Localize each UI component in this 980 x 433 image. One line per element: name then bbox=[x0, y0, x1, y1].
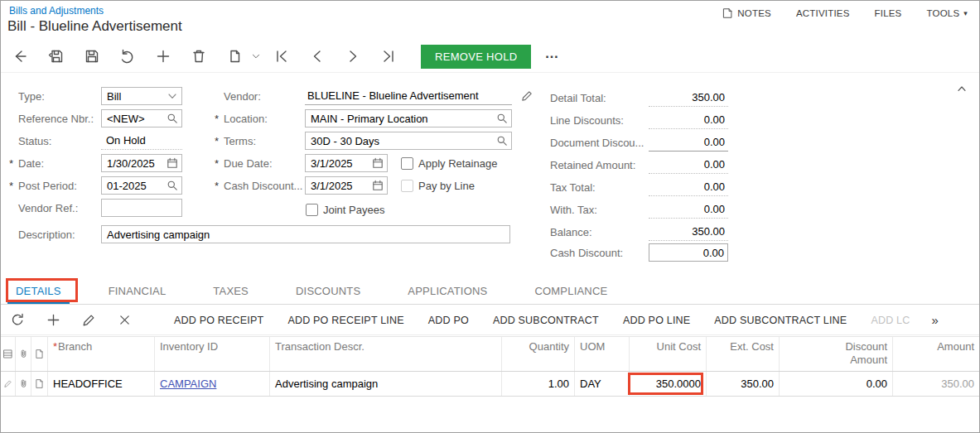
reference-nbr-input[interactable]: <NEW> bbox=[101, 109, 182, 127]
tab-financial[interactable]: FINANCIAL bbox=[100, 277, 175, 304]
document-discounts-value[interactable]: 0.00 bbox=[649, 134, 728, 152]
cell-ext-cost[interactable]: 350.00 bbox=[707, 372, 780, 396]
notes-menu-item[interactable]: NOTES bbox=[722, 7, 771, 19]
date-input[interactable]: 1/30/2025 bbox=[101, 154, 182, 172]
column-settings-icon[interactable] bbox=[1, 337, 16, 371]
cash-discount-date-label: Cash Discount... bbox=[215, 180, 305, 192]
column-header-transaction-descr[interactable]: Transaction Descr. bbox=[270, 337, 502, 371]
magnifier-icon[interactable] bbox=[495, 112, 509, 125]
location-field-row: Location: MAIN - Primary Location bbox=[215, 109, 512, 127]
tax-total-label: Tax Total: bbox=[550, 181, 649, 194]
cell-inventory-id[interactable]: CAMPAIGN bbox=[155, 372, 270, 396]
previous-record-button[interactable] bbox=[307, 46, 327, 66]
type-dropdown[interactable]: Bill bbox=[101, 87, 182, 105]
calendar-icon[interactable] bbox=[371, 156, 384, 170]
column-header-inventory-id[interactable]: Inventory ID bbox=[155, 337, 270, 371]
cell-uom[interactable]: DAY bbox=[575, 372, 630, 396]
edit-row-icon[interactable] bbox=[79, 310, 99, 330]
column-header-ext-cost[interactable]: Ext. Cost bbox=[707, 337, 780, 371]
column-header-discount-amount[interactable]: Discount Amount bbox=[780, 337, 893, 371]
last-record-button[interactable] bbox=[379, 46, 398, 66]
copy-paste-icon[interactable] bbox=[224, 46, 244, 66]
remove-hold-button[interactable]: REMOVE HOLD bbox=[421, 45, 531, 69]
detail-total-label: Detail Total: bbox=[550, 92, 649, 104]
note-icon[interactable] bbox=[31, 372, 48, 396]
column-header-unit-cost[interactable]: Unit Cost bbox=[630, 337, 707, 371]
tools-menu-item[interactable]: TOOLS ▾ bbox=[927, 8, 968, 18]
vendor-ref-input[interactable] bbox=[101, 199, 182, 217]
add-po-button[interactable]: ADD PO bbox=[428, 315, 469, 326]
chevron-down-icon[interactable] bbox=[166, 89, 179, 103]
back-button[interactable] bbox=[11, 46, 31, 66]
vendor-field[interactable]: BLUELINE - Blueline Advertisement bbox=[305, 87, 512, 105]
add-po-receipt-line-button[interactable]: ADD PO RECEIPT LINE bbox=[287, 315, 403, 326]
apply-retainage-checkbox[interactable] bbox=[401, 157, 413, 170]
terms-input[interactable]: 30D - 30 Days bbox=[305, 132, 512, 150]
add-po-line-button[interactable]: ADD PO LINE bbox=[623, 315, 690, 326]
due-date-value: 3/1/2025 bbox=[311, 157, 353, 170]
column-header-uom[interactable]: UOM bbox=[575, 337, 630, 371]
calendar-icon[interactable] bbox=[166, 156, 179, 170]
undo-button[interactable] bbox=[118, 46, 138, 66]
tab-taxes[interactable]: TAXES bbox=[205, 277, 257, 304]
edit-vendor-pencil-icon[interactable] bbox=[520, 89, 533, 103]
add-subcontract-button[interactable]: ADD SUBCONTRACT bbox=[493, 315, 599, 326]
balance-label: Balance: bbox=[550, 226, 649, 238]
status-field-row: Status: On Hold bbox=[9, 132, 182, 150]
save-and-close-button[interactable] bbox=[46, 46, 66, 66]
toolbar-overflow-icon[interactable]: » bbox=[931, 313, 938, 327]
description-input[interactable]: Advertising campaign bbox=[101, 225, 510, 243]
line-discounts-label: Line Discounts: bbox=[550, 114, 649, 127]
cell-transaction-descr[interactable]: Advertising campaign bbox=[270, 372, 502, 396]
line-discounts-row: Line Discounts: 0.00 bbox=[550, 111, 728, 129]
grid-header: Branch Inventory ID Transaction Descr. Q… bbox=[1, 336, 979, 372]
column-header-quantity[interactable]: Quantity bbox=[502, 337, 575, 371]
location-input[interactable]: MAIN - Primary Location bbox=[305, 109, 512, 127]
due-date-input[interactable]: 3/1/2025 bbox=[305, 154, 388, 172]
save-button[interactable] bbox=[82, 46, 102, 66]
next-record-button[interactable] bbox=[343, 46, 363, 66]
tab-applications[interactable]: APPLICATIONS bbox=[399, 277, 495, 304]
add-po-receipt-button[interactable]: ADD PO RECEIPT bbox=[174, 315, 263, 326]
status-value: On Hold bbox=[101, 132, 182, 150]
post-period-input[interactable]: 01-2025 bbox=[101, 176, 182, 195]
note-column-icon[interactable] bbox=[31, 337, 48, 371]
add-row-icon[interactable] bbox=[43, 310, 63, 330]
first-record-button[interactable] bbox=[272, 46, 292, 66]
cell-unit-cost[interactable]: 350.0000 bbox=[630, 372, 707, 396]
files-menu-item[interactable]: FILES bbox=[875, 8, 902, 18]
cell-branch[interactable]: HEADOFFICE bbox=[48, 372, 155, 396]
inventory-id-link[interactable]: CAMPAIGN bbox=[160, 378, 216, 390]
joint-payees-checkbox[interactable] bbox=[306, 204, 318, 216]
detail-total-row: Detail Total: 350.00 bbox=[550, 89, 728, 107]
delete-button[interactable] bbox=[189, 46, 209, 66]
column-header-amount[interactable]: Amount bbox=[893, 337, 979, 371]
tools-label: TOOLS bbox=[927, 8, 960, 18]
column-header-branch[interactable]: Branch bbox=[48, 337, 155, 371]
toolbar-more-icon[interactable]: … bbox=[544, 46, 559, 67]
delete-row-icon[interactable] bbox=[114, 310, 134, 330]
paperclip-icon[interactable] bbox=[16, 372, 31, 396]
post-period-label: Post Period: bbox=[9, 180, 101, 192]
magnifier-icon[interactable] bbox=[495, 134, 509, 147]
tab-compliance[interactable]: COMPLIANCE bbox=[526, 277, 616, 304]
calendar-icon[interactable] bbox=[371, 179, 384, 192]
activities-menu-item[interactable]: ACTIVITIES bbox=[796, 8, 850, 18]
breadcrumb[interactable]: Bills and Adjustments bbox=[9, 5, 104, 17]
magnifier-icon[interactable] bbox=[166, 112, 179, 125]
add-subcontract-line-button[interactable]: ADD SUBCONTRACT LINE bbox=[714, 315, 847, 326]
collapse-summary-chevron-icon[interactable] bbox=[955, 82, 968, 95]
paperclip-column-icon[interactable] bbox=[16, 337, 31, 371]
tab-discounts[interactable]: DISCOUNTS bbox=[287, 277, 369, 304]
tab-details[interactable]: DETAILS bbox=[7, 277, 70, 304]
cash-discount-date-input[interactable]: 3/1/2025 bbox=[305, 176, 388, 195]
cash-discount-input[interactable]: 0.00 bbox=[649, 243, 728, 262]
copy-paste-dropdown-icon[interactable] bbox=[250, 46, 262, 66]
magnifier-icon[interactable] bbox=[166, 179, 179, 192]
refresh-icon[interactable] bbox=[7, 310, 27, 330]
table-row[interactable]: HEADOFFICE CAMPAIGN Advertising campaign… bbox=[1, 372, 979, 397]
add-new-button[interactable] bbox=[153, 46, 173, 66]
cell-discount-amount[interactable]: 0.00 bbox=[780, 372, 893, 396]
terms-value: 30D - 30 Days bbox=[311, 135, 379, 147]
cell-quantity[interactable]: 1.00 bbox=[502, 372, 575, 396]
